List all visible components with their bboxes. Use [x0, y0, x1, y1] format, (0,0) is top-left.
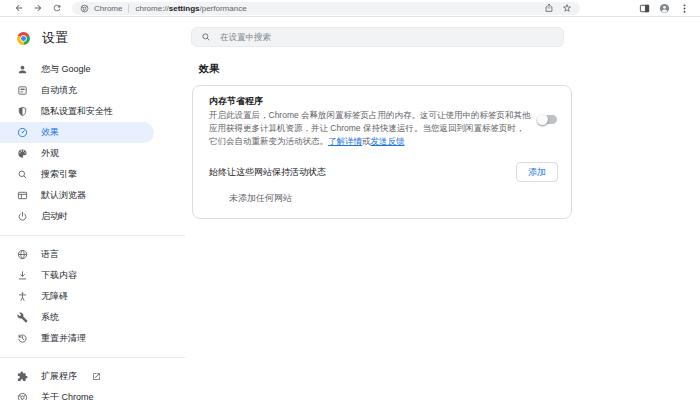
memory-saver-title: 内存节省程序 [209, 95, 523, 107]
open-in-new-icon [92, 372, 101, 381]
sidebar-item-label: 搜索引擎 [41, 168, 77, 181]
page-title: 设置 [42, 29, 68, 47]
sidebar-divider [0, 235, 185, 236]
sidebar-item-label: 扩展程序 [41, 370, 77, 383]
sidebar-item-default-browser[interactable]: 默认浏览器 [0, 185, 154, 206]
sidebar-item-label: 系统 [41, 311, 59, 324]
memory-saver-description: 开启此设置后，Chrome 会释放闲置标签页占用的内存。这可让使用中的标签页和其… [209, 109, 531, 148]
memory-saver-row: 内存节省程序 开启此设置后，Chrome 会释放闲置标签页占用的内存。这可让使用… [193, 86, 571, 154]
speedometer-icon [17, 127, 28, 138]
sidebar-item-label: 您与 Google [41, 63, 91, 76]
browser-toolbar: Chrome chrome://settings/performance [0, 0, 700, 17]
settings-sidebar: 设置 您与 Google 自动填充 隐私设置和安全性 效果 [0, 17, 185, 400]
settings-search-field[interactable] [191, 27, 564, 47]
autofill-icon [17, 85, 28, 96]
sidebar-item-about-chrome[interactable]: 关于 Chrome [0, 387, 154, 400]
settings-header: 设置 [0, 27, 185, 59]
search-icon [17, 169, 28, 180]
sidebar-item-label: 启动时 [41, 210, 68, 223]
memory-saver-toggle[interactable] [538, 115, 557, 124]
palette-icon [17, 148, 28, 159]
side-panel-icon[interactable] [639, 3, 650, 14]
reload-icon [52, 3, 62, 13]
chrome-logo-icon [17, 32, 30, 45]
sidebar-item-label: 隐私设置和安全性 [41, 105, 113, 118]
section-title: 效果 [199, 62, 700, 76]
browser-window-icon [17, 190, 28, 201]
restore-icon [17, 333, 28, 344]
sidebar-item-autofill[interactable]: 自动填充 [0, 80, 154, 101]
sidebar-divider [0, 357, 185, 358]
person-icon [17, 64, 28, 75]
always-active-row: 始终让这些网站保持活动状态 添加 [193, 154, 571, 188]
sidebar-item-on-startup[interactable]: 启动时 [0, 206, 154, 227]
wrench-icon [17, 312, 28, 323]
forward-button[interactable] [32, 2, 44, 14]
accessibility-icon [17, 291, 28, 302]
arrow-forward-icon [33, 3, 43, 13]
address-bar[interactable]: Chrome chrome://settings/performance [72, 2, 580, 15]
back-button[interactable] [13, 2, 25, 14]
add-site-button[interactable]: 添加 [516, 162, 558, 182]
sidebar-item-label: 无障碍 [41, 290, 68, 303]
sidebar-item-reset-cleanup[interactable]: 重置并清理 [0, 328, 154, 349]
sidebar-item-accessibility[interactable]: 无障碍 [0, 286, 154, 307]
download-icon [17, 270, 28, 281]
omnibox-site-label: Chrome [94, 4, 122, 13]
toggle-knob [537, 114, 548, 125]
performance-card: 内存节省程序 开启此设置后，Chrome 会释放闲置标签页占用的内存。这可让使用… [192, 85, 572, 219]
sidebar-item-you-and-google[interactable]: 您与 Google [0, 59, 154, 80]
puzzle-icon [17, 371, 28, 382]
sidebar-item-label: 下载内容 [41, 269, 77, 282]
send-feedback-link[interactable]: 发送反馈 [371, 136, 405, 146]
sidebar-item-label: 外观 [41, 147, 59, 160]
share-icon[interactable] [544, 3, 554, 13]
sidebar-item-appearance[interactable]: 外观 [0, 143, 154, 164]
sidebar-item-label: 关于 Chrome [41, 391, 94, 400]
reload-button[interactable] [51, 2, 63, 14]
search-icon [201, 32, 211, 42]
sidebar-item-label: 默认浏览器 [41, 189, 86, 202]
profile-avatar-icon[interactable] [659, 3, 670, 14]
sidebar-item-downloads[interactable]: 下载内容 [0, 265, 154, 286]
sidebar-item-system[interactable]: 系统 [0, 307, 154, 328]
arrow-back-icon [14, 3, 24, 13]
sidebar-item-extensions[interactable]: 扩展程序 [0, 366, 154, 387]
sidebar-item-label: 语言 [41, 248, 59, 261]
learn-more-link[interactable]: 了解详情 [328, 136, 362, 146]
sidebar-item-search-engine[interactable]: 搜索引擎 [0, 164, 154, 185]
bookmark-star-icon[interactable] [562, 3, 572, 13]
sidebar-item-performance[interactable]: 效果 [0, 122, 154, 143]
chrome-mono-icon [17, 392, 28, 400]
sidebar-item-label: 重置并清理 [41, 332, 86, 345]
power-icon [17, 211, 28, 222]
globe-icon [17, 249, 28, 260]
sidebar-item-label: 自动填充 [41, 84, 77, 97]
settings-main: 效果 内存节省程序 开启此设置后，Chrome 会释放闲置标签页占用的内存。这可… [185, 17, 700, 400]
omnibox-separator [128, 4, 129, 13]
shield-icon [17, 106, 28, 117]
sidebar-item-languages[interactable]: 语言 [0, 244, 154, 265]
url-text: chrome://settings/performance [135, 4, 246, 13]
empty-sites-text: 未添加任何网站 [193, 188, 571, 218]
always-active-label: 始终让这些网站保持活动状态 [209, 166, 326, 179]
sidebar-item-privacy-security[interactable]: 隐私设置和安全性 [0, 101, 154, 122]
sidebar-item-label: 效果 [41, 126, 59, 139]
menu-kebab-icon[interactable] [679, 3, 690, 14]
search-input[interactable] [220, 32, 520, 42]
chrome-page-icon [80, 4, 89, 13]
